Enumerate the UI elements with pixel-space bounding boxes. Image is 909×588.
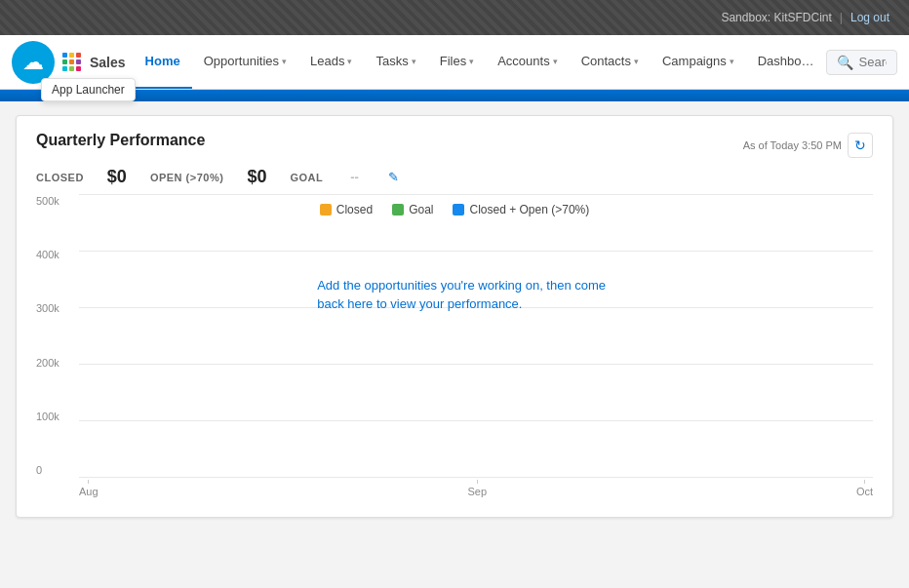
dot-5	[69, 59, 74, 64]
grid-line-500k	[79, 194, 873, 195]
logout-link[interactable]: Log out	[850, 11, 889, 24]
dot-3	[76, 53, 81, 58]
chart-plot: Add the opportunities you're working on,…	[79, 195, 873, 478]
grid-line-400k	[79, 251, 873, 252]
card-title: Quarterly Performance	[36, 132, 205, 149]
goal-label: GOAL	[290, 172, 323, 183]
closed-value: $0	[107, 167, 127, 187]
x-tick-aug	[88, 480, 89, 484]
dot-7	[62, 66, 67, 71]
nav-label-accounts: Accounts	[497, 54, 549, 68]
chart-message: Add the opportunities you're working on,…	[317, 275, 610, 313]
x-axis-labels: Aug Sep Oct	[79, 480, 873, 497]
metrics-row: CLOSED $0 OPEN (>70%) $0 GOAL -- ✎	[36, 167, 873, 187]
chevron-down-icon: ▾	[553, 57, 558, 66]
x-label-oct: Oct	[856, 480, 873, 497]
nav-item-files[interactable]: Files ▾	[428, 35, 486, 89]
y-label-400k: 400k	[36, 249, 79, 260]
nav-item-contacts[interactable]: Contacts ▾	[570, 35, 651, 89]
app-launcher-button[interactable]	[62, 53, 82, 72]
quarterly-performance-card: Quarterly Performance As of Today 3:50 P…	[16, 115, 893, 518]
dot-8	[69, 66, 74, 71]
grid-line-0	[79, 477, 873, 478]
chevron-down-icon: ▾	[412, 57, 416, 66]
search-bar[interactable]: 🔍	[826, 50, 897, 75]
goal-value: --	[350, 170, 359, 184]
sandbox-label: Sandbox: KitSFDCint	[721, 11, 831, 24]
card-header: Quarterly Performance As of Today 3:50 P…	[36, 132, 873, 159]
topbar: Sandbox: KitSFDCint | Log out	[0, 0, 909, 35]
y-label-0: 0	[36, 464, 79, 476]
chevron-down-icon: ▾	[634, 57, 639, 66]
y-axis-labels: 0 100k 200k 300k 400k 500k	[36, 195, 79, 478]
dot-9	[76, 66, 81, 71]
open-value: $0	[247, 167, 266, 187]
nav-label-leads: Leads	[310, 54, 344, 68]
x-label-sep: Sep	[467, 480, 487, 497]
grid-line-100k	[79, 420, 873, 421]
dot-4	[62, 59, 67, 64]
y-label-500k: 500k	[36, 195, 79, 207]
nav-label-tasks: Tasks	[375, 54, 408, 68]
chart-message-text: Add the opportunities you're working on,…	[317, 277, 606, 311]
edit-goal-icon[interactable]: ✎	[388, 170, 399, 184]
nav-label-campaigns: Campaigns	[662, 54, 727, 68]
y-label-100k: 100k	[36, 411, 79, 422]
y-label-300k: 300k	[36, 302, 79, 314]
nav-item-accounts[interactable]: Accounts ▾	[486, 35, 569, 89]
nav-items: Home Opportunities ▾ Leads ▾ Tasks ▾ Fil…	[134, 35, 826, 89]
as-of-text: As of Today 3:50 PM	[743, 139, 842, 151]
refresh-button[interactable]: ↻	[848, 133, 873, 158]
nav-label-home: Home	[145, 54, 180, 68]
app-launcher-tooltip: App Launcher	[41, 78, 136, 101]
nav-item-opportunities[interactable]: Opportunities ▾	[192, 35, 298, 89]
chevron-down-icon: ▾	[469, 57, 474, 66]
nav-label-dashboard: Dashbo…	[758, 54, 814, 68]
y-label-200k: 200k	[36, 357, 79, 369]
nav-label-opportunities: Opportunities	[204, 54, 279, 68]
x-label-aug: Aug	[79, 480, 99, 497]
cloud-icon: ☁	[22, 50, 44, 75]
chevron-down-icon: ▾	[282, 57, 287, 66]
salesforce-logo: ☁	[12, 41, 55, 84]
search-icon: 🔍	[837, 55, 853, 70]
main-content: Quarterly Performance As of Today 3:50 P…	[0, 101, 909, 588]
closed-label: CLOSED	[36, 172, 84, 183]
x-tick-sep	[477, 480, 478, 484]
nav-item-home[interactable]: Home	[134, 35, 192, 89]
grid-line-200k	[79, 364, 873, 365]
open-label: OPEN (>70%)	[150, 172, 224, 183]
chevron-down-icon: ▾	[347, 57, 352, 66]
topbar-separator: |	[840, 11, 843, 24]
logo-area: ☁	[12, 41, 55, 84]
chart-area: 0 100k 200k 300k 400k 500k Add the oppor…	[36, 195, 873, 517]
app-name: Sales	[90, 55, 126, 70]
blue-banner	[0, 90, 909, 101]
search-input[interactable]	[859, 55, 887, 69]
chevron-down-icon: ▾	[730, 57, 734, 66]
nav-label-contacts: Contacts	[581, 54, 631, 68]
as-of-section: As of Today 3:50 PM ↻	[743, 133, 873, 158]
nav-label-files: Files	[440, 54, 466, 68]
nav-item-leads[interactable]: Leads ▾	[298, 35, 364, 89]
x-tick-oct	[864, 480, 865, 484]
navbar: ☁ App Launcher Sales Home Opportunities …	[0, 35, 909, 90]
nav-item-dashboard[interactable]: Dashbo…	[746, 35, 826, 89]
nav-item-tasks[interactable]: Tasks ▾	[364, 35, 427, 89]
dot-1	[62, 53, 67, 58]
nav-item-campaigns[interactable]: Campaigns ▾	[651, 35, 746, 89]
dot-6	[76, 59, 81, 64]
dot-2	[69, 53, 74, 58]
